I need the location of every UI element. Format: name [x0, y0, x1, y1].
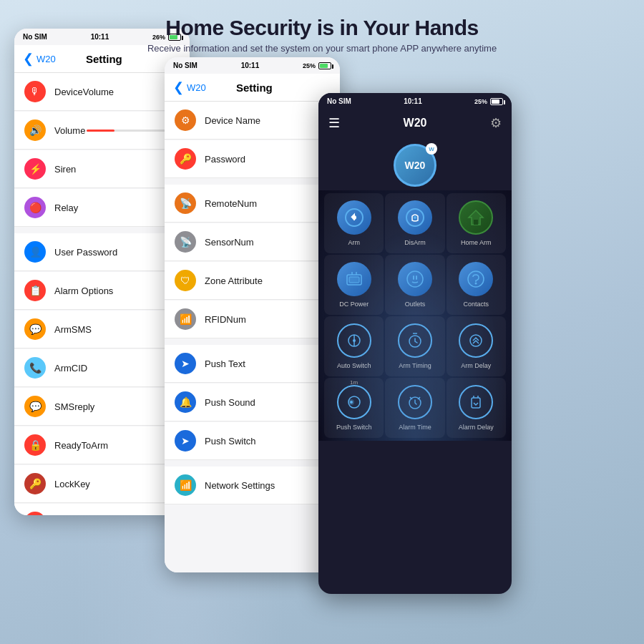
menu-ready-to-arm[interactable]: 🔒 ReadyToArm — [14, 426, 190, 464]
alarm-options-icon: 📋 — [24, 280, 46, 301]
push-switch-label-2: Push Switch — [205, 436, 256, 447]
dc-power-icon — [337, 262, 371, 296]
remote-num-label: RemoteNum — [205, 198, 257, 209]
divider-1a — [14, 228, 190, 233]
phone-screen-2: No SIM 10:11 25% ❮ W20 Setting ⚙ Device … — [165, 57, 340, 572]
grid-arm[interactable]: Arm — [324, 193, 384, 253]
menu-lock-key[interactable]: 🔑 LockKey — [14, 465, 190, 503]
push-switch-label: Push Switch — [336, 424, 372, 431]
menu-list-1: 🎙 DeviceVolume 🔊 Volume ⚡ Siren 🔴 Relay … — [14, 73, 190, 515]
battery-icon-2 — [318, 62, 331, 69]
device-badge-area: W20 W — [318, 137, 512, 190]
grid-alarm-time[interactable]: Alarm Time — [385, 378, 444, 438]
network-settings-icon: 📶 — [175, 474, 196, 496]
relay-label: Relay — [54, 203, 78, 213]
menu-arm-cid[interactable]: 📞 ArmCID — [14, 349, 190, 387]
dark-nav-bar: ☰ W20 ⚙ — [318, 109, 512, 137]
menu-password[interactable]: 🔑 Password — [165, 140, 340, 178]
menu-siren[interactable]: ⚡ Siren — [14, 150, 190, 188]
svg-rect-7 — [349, 277, 359, 283]
grid-dc-power[interactable]: DC Power — [324, 255, 384, 315]
menu-rfid-num[interactable]: 📶 RFIDNum — [165, 301, 340, 338]
nav-title-1: Setting — [56, 53, 152, 65]
divider-2a — [165, 179, 340, 185]
menu-alarm-options[interactable]: 📋 Alarm Options — [14, 272, 190, 310]
alarm-delay-icon — [459, 385, 493, 419]
alarm-options-label: Alarm Options — [54, 286, 113, 296]
arm-timing-label: Arm Timing — [399, 362, 431, 369]
svg-point-12 — [475, 283, 477, 285]
grid-arm-timing[interactable]: Arm Timing — [385, 316, 444, 376]
disarm-icon — [398, 200, 432, 235]
contacts-icon — [459, 262, 493, 296]
menu-device-name[interactable]: ⚙ Device Name — [165, 102, 340, 140]
status-bar-3: No SIM 10:11 25% — [318, 93, 512, 109]
svg-rect-10 — [416, 275, 417, 280]
sms-reply-label: SMSreply — [54, 401, 94, 412]
grid-alarm-delay[interactable]: Alarm Delay — [447, 378, 506, 438]
push-text-icon: ➤ — [175, 353, 196, 374]
grid-outlets[interactable]: Outlets — [385, 255, 444, 315]
home-arm-icon — [459, 200, 493, 235]
auto-switch-icon — [337, 323, 371, 358]
device-label-2[interactable]: W20 — [187, 82, 206, 93]
sim-label-2: No SIM — [173, 62, 197, 69]
grid-arm-delay[interactable]: Arm Delay — [447, 316, 506, 376]
arm-cid-label: ArmCID — [54, 363, 87, 374]
device-label-1[interactable]: W20 — [36, 54, 56, 64]
menu-arm-sms[interactable]: 💬 ArmSMS — [14, 311, 190, 348]
settings-gear-icon[interactable]: ⚙ — [490, 115, 502, 131]
grid-home-arm[interactable]: Home Arm — [447, 193, 506, 253]
wifi-badge-icon: W — [426, 143, 437, 155]
user-password-label: User Password — [54, 247, 117, 258]
menu-push-text[interactable]: ➤ Push Text — [165, 345, 340, 383]
grid-push-switch[interactable]: 1m Push Switch — [324, 378, 384, 438]
lock-key-icon: 🔑 — [24, 473, 46, 494]
battery-area-3: 25% — [474, 98, 503, 105]
svg-point-8 — [407, 271, 423, 287]
menu-push-sound[interactable]: 🔔 Push Sound — [165, 384, 340, 421]
battery-icon-3 — [490, 98, 503, 105]
alarm-delay-label: Alarm Delay — [459, 424, 494, 431]
push-switch-icon: 1m — [337, 385, 371, 419]
password-label: Password — [205, 154, 245, 165]
dc-power-label: DC Power — [339, 301, 369, 308]
arm-timing-icon — [398, 323, 432, 358]
svg-point-15 — [353, 339, 356, 342]
phone-screen-3: No SIM 10:11 25% ☰ W20 ⚙ W20 W — [318, 93, 512, 594]
menu-volume[interactable]: 🔊 Volume — [14, 112, 190, 150]
grid-auto-switch[interactable]: Auto Switch — [324, 316, 384, 376]
menu-sms-reply[interactable]: 💬 SMSreply — [14, 388, 190, 426]
arm-label: Arm — [348, 239, 360, 246]
sim-label-3: No SIM — [327, 97, 351, 105]
network-settings-label: Network Settings — [205, 480, 275, 491]
sms-reply-icon: 💬 — [24, 396, 46, 417]
menu-sensor-num[interactable]: 📡 SensorNum — [165, 223, 340, 261]
menu-relay[interactable]: 🔴 Relay — [14, 189, 190, 227]
device-name-icon: ⚙ — [175, 109, 196, 131]
device-volume-icon: 🎙 — [24, 81, 46, 102]
menu-push-switch-2[interactable]: ➤ Push Switch — [165, 422, 340, 460]
auto-switch-label: Auto Switch — [337, 362, 371, 369]
device-volume-label: DeviceVolume — [54, 87, 114, 97]
grid-disarm[interactable]: DisArm — [385, 193, 444, 253]
main-grid: Arm DisArm — [318, 190, 512, 441]
arm-sms-label: ArmSMS — [54, 324, 92, 335]
menu-zone-attribute[interactable]: 🛡 Zone Attribute — [165, 262, 340, 300]
push-text-label: Push Text — [205, 358, 245, 369]
svg-point-11 — [468, 271, 484, 287]
volume-label: Volume — [54, 125, 85, 136]
back-button-2[interactable]: ❮ — [173, 79, 184, 95]
menu-remote-num[interactable]: 📡 RemoteNum — [165, 185, 340, 223]
menu-network-settings[interactable]: 📶 Network Settings — [165, 467, 340, 504]
relay-icon: 🔴 — [24, 197, 46, 218]
grid-contacts[interactable]: Contacts — [447, 255, 506, 315]
menu-device-volume[interactable]: 🎙 DeviceVolume — [14, 73, 190, 111]
menu-list-2: ⚙ Device Name 🔑 Password 📡 RemoteNum 📡 S… — [165, 102, 340, 572]
menu-ringer-num[interactable]: 🔔 Ringer Num — [14, 504, 190, 515]
time-3: 10:11 — [404, 97, 422, 105]
menu-user-password[interactable]: 👤 User Password — [14, 233, 190, 271]
disarm-label: DisArm — [404, 239, 426, 246]
alarm-time-icon — [398, 385, 432, 419]
hamburger-icon[interactable]: ☰ — [328, 115, 340, 131]
